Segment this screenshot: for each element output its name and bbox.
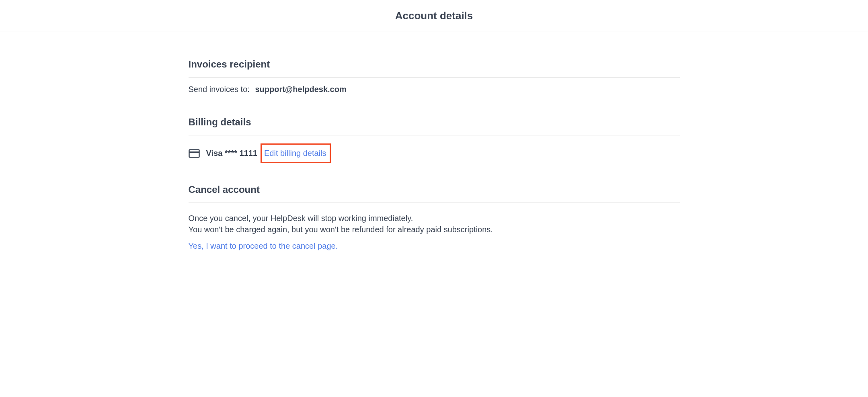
- edit-billing-link[interactable]: Edit billing details: [264, 149, 326, 158]
- billing-section: Billing details Visa **** 1111 Edit bill…: [189, 117, 680, 162]
- page-title: Account details: [0, 10, 868, 22]
- edit-billing-highlight: Edit billing details: [261, 143, 331, 163]
- invoices-label: Send invoices to:: [189, 85, 250, 94]
- invoices-email: support@helpdesk.com: [255, 85, 346, 94]
- cancel-section: Cancel account Once you cancel, your Hel…: [189, 184, 680, 251]
- cancel-proceed-link[interactable]: Yes, I want to proceed to the cancel pag…: [189, 241, 338, 251]
- card-info: Visa **** 1111: [206, 149, 258, 158]
- svg-rect-1: [189, 151, 199, 153]
- cancel-line1: Once you cancel, your HelpDesk will stop…: [189, 213, 680, 224]
- billing-section-title: Billing details: [189, 117, 680, 135]
- cancel-line2: You won't be charged again, but you won'…: [189, 224, 680, 235]
- cancel-description: Once you cancel, your HelpDesk will stop…: [189, 210, 680, 235]
- invoices-row: Send invoices to: support@helpdesk.com: [189, 85, 680, 94]
- cancel-section-title: Cancel account: [189, 184, 680, 203]
- invoices-section: Invoices recipient Send invoices to: sup…: [189, 59, 680, 94]
- page-content: Invoices recipient Send invoices to: sup…: [181, 31, 688, 251]
- svg-rect-0: [189, 149, 199, 157]
- page-header: Account details: [0, 0, 868, 31]
- billing-row: Visa **** 1111 Edit billing details: [189, 143, 680, 162]
- invoices-section-title: Invoices recipient: [189, 59, 680, 78]
- credit-card-icon: [189, 149, 200, 158]
